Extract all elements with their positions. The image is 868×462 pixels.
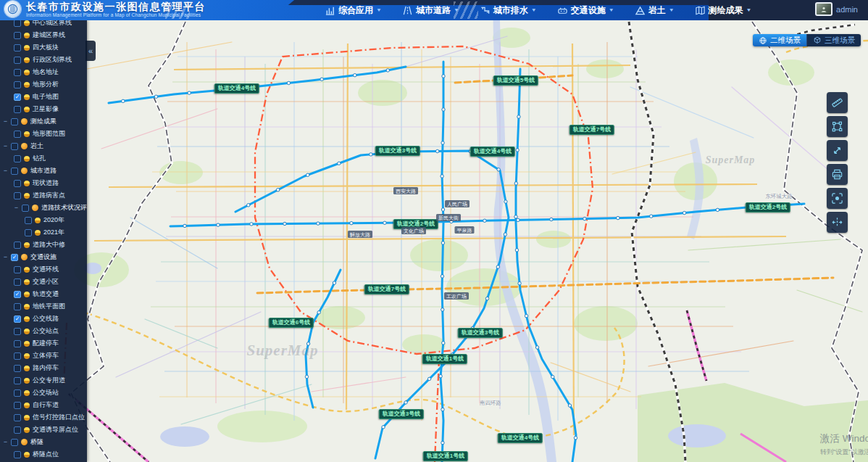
layer-checkbox[interactable] — [14, 20, 21, 27]
layer-checkbox[interactable]: ✓ — [14, 291, 21, 298]
print-button[interactable] — [827, 164, 848, 185]
layer-checkbox[interactable] — [14, 279, 21, 286]
layer-checkbox[interactable] — [14, 131, 21, 138]
layer-tree-item[interactable]: 地铁平面图 — [0, 300, 87, 313]
layer-tree-item[interactable]: 钻孔 — [0, 152, 87, 165]
ruler-icon — [831, 96, 843, 109]
layer-checkbox[interactable]: ✓ — [14, 94, 21, 101]
layer-icon — [24, 156, 30, 162]
layer-tree-item[interactable]: −✓交通设施 — [0, 251, 87, 263]
layer-tree-item[interactable]: 交通诱导屏点位 — [0, 424, 87, 436]
layer-checkbox[interactable]: ✓ — [11, 254, 18, 261]
layer-tree-item[interactable]: 立体停车 — [0, 350, 87, 362]
layer-tree-item[interactable]: ✓电子地图 — [0, 91, 87, 103]
layer-tree-item[interactable]: 行政区划界线 — [0, 54, 87, 66]
layer-checkbox[interactable] — [14, 69, 21, 76]
layer-checkbox[interactable] — [14, 32, 21, 39]
nav-urban-drainage[interactable]: 城市排水▼ — [472, 0, 544, 20]
layer-tree-item[interactable]: 2020年 — [0, 214, 87, 226]
layer-checkbox[interactable]: ✓ — [14, 315, 21, 323]
map-canvas[interactable]: 轨道交通4号线轨道交通5号线轨道交通7号线轨道交通3号线轨道交通4号线轨道交通2… — [0, 20, 868, 462]
nav-survey-results[interactable]: 测绘成果▼ — [688, 0, 759, 20]
layer-tree-item[interactable]: 交通小区 — [0, 276, 87, 288]
layer-tree-item[interactable]: −测绘成果 — [0, 115, 87, 128]
layer-checkbox[interactable] — [14, 81, 21, 88]
layer-tree-item[interactable]: 公交站点 — [0, 325, 87, 337]
scene-2d-button[interactable]: 二维场景 — [753, 34, 806, 46]
layer-checkbox[interactable] — [14, 266, 21, 273]
layer-checkbox[interactable] — [25, 217, 32, 224]
full-extent-button[interactable] — [827, 140, 848, 161]
nav-geotech[interactable]: 岩土▼ — [627, 0, 682, 20]
layer-tree-item[interactable]: −桥隧 — [0, 436, 87, 448]
nav-urban-road[interactable]: 城市道路▼ — [395, 0, 467, 20]
collapse-minus-icon[interactable]: − — [3, 118, 8, 125]
layer-checkbox[interactable] — [14, 340, 21, 347]
layer-tree-item[interactable]: 地形分析 — [0, 78, 87, 91]
layer-checkbox[interactable] — [14, 402, 21, 409]
map-toolbar — [827, 92, 848, 233]
layer-tree-item[interactable]: −岩土 — [0, 140, 87, 152]
layer-tree-item[interactable]: 四大板块 — [0, 41, 87, 54]
layer-checkbox[interactable] — [14, 57, 21, 64]
layer-tree-item[interactable]: 现状道路 — [0, 177, 87, 189]
layer-checkbox[interactable] — [14, 426, 21, 434]
layer-tree-item[interactable]: 路内停车 — [0, 362, 87, 374]
layer-tree-item[interactable]: 桥隧点位 — [0, 448, 87, 461]
collapse-minus-icon[interactable]: − — [3, 254, 8, 260]
layer-checkbox[interactable] — [14, 365, 21, 372]
layer-checkbox[interactable] — [14, 328, 21, 335]
measure-distance-button[interactable] — [827, 92, 848, 113]
layer-checkbox[interactable] — [11, 118, 18, 125]
measure-area-button[interactable] — [827, 116, 848, 137]
scene-3d-button[interactable]: 三维场景 — [806, 34, 861, 46]
layer-tree-item[interactable]: 公交专用道 — [0, 374, 87, 387]
nav-comprehensive-app[interactable]: 综合应用▼ — [317, 0, 389, 20]
layer-tree-item[interactable]: ✓公交线路 — [0, 313, 87, 325]
layer-tree-item[interactable]: 交通环线 — [0, 263, 87, 276]
layer-tree-item[interactable]: −道路技术状况评价 — [0, 202, 87, 214]
layer-tree-item[interactable]: 配建停车 — [0, 337, 87, 350]
swipe-button[interactable] — [827, 212, 848, 233]
layer-tree-item[interactable]: 地形图范围 — [0, 128, 87, 140]
layer-checkbox[interactable] — [14, 389, 21, 397]
layer-tree-item[interactable]: 卫星影像 — [0, 103, 87, 115]
layer-tree-item[interactable]: −城市道路 — [0, 165, 87, 177]
sidebar-collapse-tab[interactable]: « — [85, 41, 96, 61]
layer-checkbox[interactable] — [14, 377, 21, 384]
collapse-minus-icon[interactable]: − — [3, 439, 8, 445]
username-label[interactable]: admin — [836, 5, 858, 14]
layer-tree-item[interactable]: 2021年 — [0, 226, 87, 239]
layer-tree-item[interactable]: 自行车道 — [0, 399, 87, 411]
layer-checkbox[interactable] — [14, 192, 21, 199]
avatar[interactable] — [815, 2, 832, 16]
layer-checkbox[interactable] — [14, 180, 21, 187]
layer-checkbox[interactable] — [14, 242, 21, 249]
layer-tree-item[interactable]: 地名地址 — [0, 66, 87, 78]
nav-item-label: 测绘成果 — [709, 4, 743, 17]
layer-checkbox[interactable] — [14, 352, 21, 360]
layer-tree-item[interactable]: ✓轨道交通 — [0, 288, 87, 300]
layer-checkbox[interactable] — [14, 414, 21, 421]
layer-checkbox[interactable] — [11, 143, 18, 150]
layer-checkbox[interactable] — [14, 451, 21, 458]
layer-checkbox[interactable] — [25, 229, 32, 236]
layer-checkbox[interactable] — [14, 155, 21, 162]
layer-checkbox[interactable] — [14, 44, 21, 51]
layer-checkbox[interactable] — [11, 168, 18, 175]
layer-tree-item[interactable]: 中心城区界线 — [0, 20, 87, 29]
collapse-minus-icon[interactable]: − — [3, 143, 8, 149]
layer-checkbox[interactable] — [11, 439, 18, 446]
layer-tree-item[interactable]: 建城区界线 — [0, 29, 87, 41]
layer-tree-item[interactable]: 公交场站 — [0, 387, 87, 399]
layer-checkbox[interactable] — [22, 205, 29, 212]
collapse-minus-icon[interactable]: − — [3, 168, 8, 174]
nav-traffic-facilities[interactable]: 交通设施▼ — [550, 0, 622, 20]
layer-tree-item[interactable]: 道路病害点 — [0, 189, 87, 202]
layer-tree-item[interactable]: 信号灯控路口点位 — [0, 411, 87, 424]
layer-tree-item[interactable]: 道路大中修 — [0, 239, 87, 251]
layer-checkbox[interactable] — [14, 106, 21, 113]
collapse-minus-icon[interactable]: − — [14, 205, 19, 211]
locate-button[interactable] — [827, 188, 848, 209]
layer-checkbox[interactable] — [14, 303, 21, 310]
